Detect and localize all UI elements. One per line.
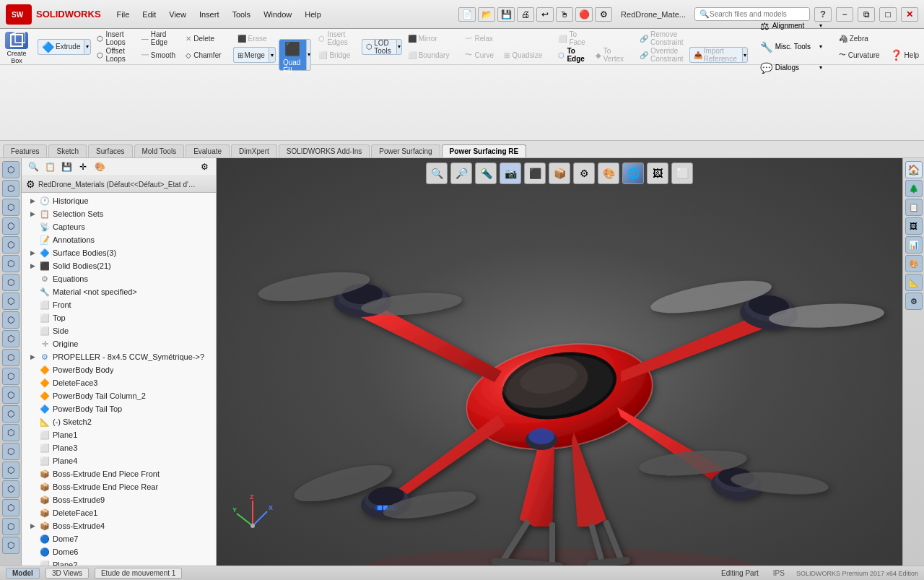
menu-edit[interactable]: Edit xyxy=(136,8,162,21)
help-toolbar-btn[interactable]: ❓ Help xyxy=(886,47,924,63)
tab-features[interactable]: Features xyxy=(3,144,47,157)
minimize-btn[interactable]: − xyxy=(836,7,853,22)
left-icon-15[interactable]: ⬡ xyxy=(2,424,19,441)
left-icon-14[interactable]: ⬡ xyxy=(2,405,19,423)
tree-item-selection-sets[interactable]: ▶ 📋 Selection Sets xyxy=(22,207,216,220)
tab-evaluate[interactable]: Evaluate xyxy=(186,144,230,157)
tree-item-top[interactable]: ⬜ Top xyxy=(22,311,216,324)
lod-tools-btn[interactable]: ⬡ LOD Tools xyxy=(362,39,396,55)
tree-item-plane1[interactable]: ⬜ Plane1 xyxy=(22,428,216,441)
tab-power-surfacing[interactable]: Power Surfacing xyxy=(371,144,440,157)
boundary-btn[interactable]: ⬜ Boundary xyxy=(404,47,454,63)
to-vertex-btn[interactable]: ◆ To Vertex xyxy=(591,47,628,63)
left-icon-5[interactable]: ⬡ xyxy=(2,236,19,254)
tab-dimxpert[interactable]: DimXpert xyxy=(231,144,277,157)
maximize-btn[interactable]: □ xyxy=(879,7,897,22)
left-icon-4[interactable]: ⬡ xyxy=(2,217,19,235)
create-box-btn[interactable]: Create Box xyxy=(3,30,30,64)
print-btn[interactable]: 🖨 xyxy=(517,7,534,22)
save-btn[interactable]: 💾 xyxy=(497,7,515,22)
left-icon-16[interactable]: ⬡ xyxy=(2,443,19,460)
status-tab-model[interactable]: Model xyxy=(6,568,40,579)
left-icon-10[interactable]: ⬡ xyxy=(2,330,19,347)
left-icon-9[interactable]: ⬡ xyxy=(2,311,19,329)
tab-sketch[interactable]: Sketch xyxy=(48,144,87,157)
status-tab-motion[interactable]: Etude de mouvement 1 xyxy=(95,568,182,579)
tree-item-dome6[interactable]: 🔵 Dome6 xyxy=(22,545,216,558)
3d-viewport[interactable]: 🔍 🔎 🔦 📷 ⬛ 📦 ⚙ 🎨 🌐 🖼 ⬜ xyxy=(217,158,902,566)
tree-item-boss-extrude4[interactable]: ▶ 📦 Boss-Extrude4 xyxy=(22,519,216,532)
tab-solidworks-addins[interactable]: SOLIDWORKS Add-Ins xyxy=(279,144,370,157)
override-constraint-btn[interactable]: 🔗 Override Constraint xyxy=(635,47,688,63)
tree-item-plane4[interactable]: ⬜ Plane4 xyxy=(22,454,216,467)
left-icon-7[interactable]: ⬡ xyxy=(2,274,19,291)
left-icon-2[interactable]: ⬡ xyxy=(2,180,19,197)
tree-tool-4[interactable]: ✛ xyxy=(76,160,90,174)
chamfer-btn[interactable]: ◇ Chamfer xyxy=(181,47,225,63)
curvature-btn[interactable]: 〜 Curvature xyxy=(834,47,884,63)
insert-loops-btn[interactable]: ⬡ Insert Loops xyxy=(92,30,129,46)
tree-item-annotations[interactable]: 📝 Annotations xyxy=(22,233,216,246)
menu-window[interactable]: Window xyxy=(258,8,297,21)
tab-surfaces[interactable]: Surfaces xyxy=(88,144,132,157)
tree-tool-2[interactable]: 📋 xyxy=(43,160,57,174)
left-icon-18[interactable]: ⬡ xyxy=(2,480,19,498)
tree-item-material[interactable]: 🔧 Material <not specified> xyxy=(22,285,216,298)
import-reference-btn[interactable]: 📥 Import Reference xyxy=(689,47,743,63)
extrude-dropdown[interactable]: ▾ xyxy=(84,39,91,55)
tree-item-boss-extrude-front[interactable]: 📦 Boss-Extrude End Piece Front xyxy=(22,467,216,480)
to-face-btn[interactable]: ⬜ To Face xyxy=(554,30,589,46)
menu-view[interactable]: View xyxy=(163,8,192,21)
close-btn[interactable]: ✕ xyxy=(901,7,918,22)
menu-tools[interactable]: Tools xyxy=(226,8,256,21)
tab-mold-tools[interactable]: Mold Tools xyxy=(134,144,185,157)
misc-tools-btn[interactable]: 🔧 Misc. Tools ▾ xyxy=(755,37,827,57)
left-icon-21[interactable]: ⬡ xyxy=(2,537,19,554)
left-icon-12[interactable]: ⬡ xyxy=(2,368,19,385)
tree-item-plane2[interactable]: ⬜ Plane2 xyxy=(22,558,216,566)
status-tab-3dviews[interactable]: 3D Views xyxy=(45,568,89,579)
rebuild-btn[interactable]: 🔴 xyxy=(575,7,593,22)
options-btn[interactable]: ⚙ xyxy=(595,7,612,22)
import-ref-dropdown[interactable]: ▾ xyxy=(742,47,747,63)
open-btn[interactable]: 📂 xyxy=(478,7,495,22)
menu-insert[interactable]: Insert xyxy=(193,8,225,21)
quadfill-dropdown[interactable]: ▾ xyxy=(306,39,311,71)
tree-tool-1[interactable]: 🔍 xyxy=(26,160,40,174)
lod-tools-dropdown[interactable]: ▾ xyxy=(396,39,401,55)
tree-tool-3[interactable]: 💾 xyxy=(59,160,74,174)
left-icon-20[interactable]: ⬡ xyxy=(2,518,19,535)
tree-item-capteurs[interactable]: 📡 Capteurs xyxy=(22,220,216,233)
tree-item-powerbody-body[interactable]: 🔶 PowerBody Body xyxy=(22,363,216,376)
tree-item-deleteface3[interactable]: 🔶 DeleteFace3 xyxy=(22,376,216,389)
menu-file[interactable]: File xyxy=(111,8,136,21)
erase-btn[interactable]: ⬛ Erase xyxy=(233,30,276,46)
tree-item-origine[interactable]: ✛ Origine xyxy=(22,337,216,350)
undo-btn[interactable]: ↩ xyxy=(536,7,554,22)
to-edge-btn[interactable]: ⬡ To Edge xyxy=(554,47,589,63)
relax-btn[interactable]: 〰 Relax xyxy=(461,30,498,46)
tree-item-historique[interactable]: ▶ 🕐 Historique xyxy=(22,194,216,207)
left-icon-17[interactable]: ⬡ xyxy=(2,462,19,479)
delete-btn[interactable]: ✕ Delete xyxy=(181,30,225,46)
hard-edge-btn[interactable]: — Hard Edge xyxy=(137,30,180,46)
dialogs-btn[interactable]: 💬 Dialogs ▾ xyxy=(755,58,827,78)
merge-btn[interactable]: ⊞ Merge xyxy=(233,47,269,63)
tree-item-sketch2[interactable]: 📐 (-) Sketch2 xyxy=(22,415,216,428)
tree-item-boss-extrude-rear[interactable]: 📦 Boss-Extrude End Piece Rear xyxy=(22,480,216,493)
left-icon-3[interactable]: ⬡ xyxy=(2,199,19,216)
merge-dropdown[interactable]: ▾ xyxy=(269,47,276,63)
alignment-btn[interactable]: ⚖ Alignment ▾ xyxy=(755,16,827,36)
left-icon-6[interactable]: ⬡ xyxy=(2,255,19,272)
tree-item-front[interactable]: ⬜ Front xyxy=(22,298,216,311)
quadfill-btn[interactable]: ⬛ Quad Fill xyxy=(279,39,306,71)
quadsize-btn[interactable]: ⊞ Quadsize xyxy=(500,47,546,63)
left-icon-8[interactable]: ⬡ xyxy=(2,293,19,310)
tree-item-equations[interactable]: ⚙ Equations xyxy=(22,272,216,285)
insert-edges-btn[interactable]: ⬡ Insert Edges xyxy=(314,30,354,46)
smooth-btn[interactable]: 〰 Smooth xyxy=(137,47,180,63)
tree-item-powerbody-tail-top[interactable]: 🔷 PowerBody Tail Top xyxy=(22,402,216,415)
new-btn[interactable]: 📄 xyxy=(458,7,476,22)
tree-item-boss-extrude9[interactable]: 📦 Boss-Extrude9 xyxy=(22,493,216,506)
tree-item-side[interactable]: ⬜ Side xyxy=(22,324,216,337)
